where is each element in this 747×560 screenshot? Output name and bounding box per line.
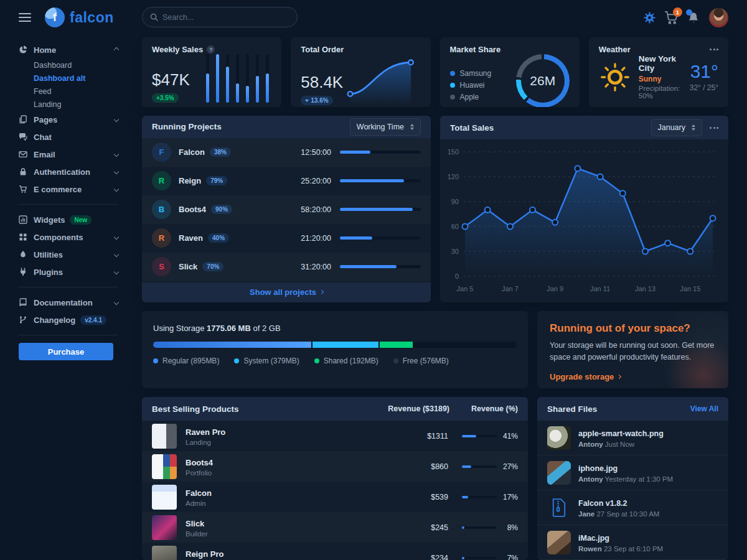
product-percent: 17% bbox=[497, 493, 518, 502]
sidebar-item-pages[interactable]: Pages bbox=[19, 111, 118, 128]
product-thumbnail bbox=[152, 546, 177, 560]
svg-text:30: 30 bbox=[451, 248, 459, 255]
working-time-select[interactable]: Working Time bbox=[350, 118, 421, 136]
menu-toggle-icon[interactable] bbox=[19, 13, 31, 22]
best-selling-list: Raven ProLanding $1311 41% Boots4Portfol… bbox=[142, 421, 528, 560]
card-title: Market Share bbox=[450, 45, 501, 54]
search-input[interactable] bbox=[162, 13, 289, 22]
show-all-projects-link[interactable]: Show all projects bbox=[142, 282, 431, 302]
product-row-boots4[interactable]: Boots4Portfolio $860 27% bbox=[142, 451, 528, 482]
falcon-logo[interactable]: f falcon bbox=[45, 7, 114, 27]
file-row-falcon-v1-8-2[interactable]: Falcon v1.8.2Jane 27 Sep at 10:30 AM bbox=[537, 490, 728, 525]
chevron-down-icon bbox=[114, 169, 119, 174]
sidebar-item-components[interactable]: Components bbox=[19, 228, 118, 246]
project-row-raven[interactable]: R Raven 40% 21:20:00 bbox=[142, 224, 431, 253]
widgets-icon bbox=[19, 215, 28, 224]
product-row-raven-pro[interactable]: Raven ProLanding $1311 41% bbox=[142, 421, 528, 451]
file-name: iMac.jpg bbox=[578, 534, 609, 543]
select-arrows-icon bbox=[410, 124, 414, 130]
svg-text:90: 90 bbox=[451, 198, 459, 205]
project-time: 58:20:00 bbox=[293, 205, 331, 214]
changelog-icon bbox=[19, 315, 28, 324]
view-all-link[interactable]: View All bbox=[690, 404, 718, 413]
sidebar-item-widgets[interactable]: WidgetsNew bbox=[19, 211, 118, 228]
sidebar-item-e-commerce[interactable]: E commerce bbox=[19, 180, 118, 198]
sidebar-item-plugins[interactable]: Plugins bbox=[19, 263, 118, 281]
user-avatar[interactable] bbox=[709, 8, 728, 27]
sidebar-item-label: Widgets bbox=[34, 215, 65, 225]
storage-segment bbox=[153, 342, 311, 348]
file-thumbnail bbox=[547, 426, 571, 450]
project-progress-bar bbox=[340, 208, 421, 211]
product-row-falcon[interactable]: FalconAdmin $539 17% bbox=[142, 482, 528, 512]
panel-title: Total Sales bbox=[450, 123, 494, 133]
cart-icon bbox=[19, 185, 28, 194]
shared-files-list: apple-smart-watch.pngAntony Just Now iph… bbox=[537, 421, 728, 560]
project-avatar: B bbox=[152, 200, 171, 219]
sidebar-item-label: Email bbox=[34, 150, 55, 159]
sidebar-item-dashboard[interactable]: Dashboard bbox=[19, 58, 118, 72]
month-select[interactable]: January bbox=[651, 119, 702, 136]
purchase-button[interactable]: Purchase bbox=[19, 343, 113, 360]
file-time: Yesterday at 1:30 PM bbox=[605, 475, 674, 483]
product-thumbnail bbox=[152, 454, 177, 479]
project-row-reign[interactable]: R Reign 79% 25:20:00 bbox=[142, 167, 431, 195]
documentation-icon bbox=[19, 298, 28, 307]
sidebar-item-label: Pages bbox=[34, 115, 57, 124]
file-time: 27 Sep at 10:30 AM bbox=[596, 510, 659, 518]
sidebar-item-chat[interactable]: Chat bbox=[19, 128, 118, 146]
search-box[interactable] bbox=[142, 7, 298, 27]
sidebar-item-documentation[interactable]: Documentation bbox=[19, 294, 118, 311]
sidebar-item-changelog[interactable]: Changelogv2.4.1 bbox=[19, 311, 118, 329]
project-row-boots4[interactable]: B Boots4 90% 58:20:00 bbox=[142, 195, 431, 224]
project-row-falcon[interactable]: F Falcon 38% 12:50:00 bbox=[142, 138, 431, 167]
sidebar-item-label: Utilities bbox=[34, 250, 63, 259]
info-icon[interactable]: ? bbox=[207, 45, 215, 54]
svg-text:150: 150 bbox=[448, 148, 459, 156]
file-row-iphone-jpg[interactable]: iphone.jpgAntony Yesterday at 1:30 PM bbox=[537, 455, 728, 490]
sidebar-item-landing[interactable]: Landing bbox=[19, 98, 118, 111]
svg-text:Jan 9: Jan 9 bbox=[547, 285, 563, 292]
sidebar-item-dashboard-alt[interactable]: Dashboard alt bbox=[19, 72, 118, 85]
brand-text: falcon bbox=[70, 9, 114, 26]
settings-gear-icon[interactable] bbox=[644, 12, 655, 24]
notifications-bell-icon[interactable] bbox=[687, 11, 700, 24]
file-row-apple-smart-watch-png[interactable]: apple-smart-watch.pngAntony Just Now bbox=[537, 421, 728, 455]
project-percent-badge: 70% bbox=[202, 262, 223, 271]
total-sales-line-chart: 0306090120150Jan 5Jan 7Jan 9Jan 11Jan 13… bbox=[440, 139, 728, 300]
weather-city: New York City bbox=[639, 54, 690, 73]
sidebar-item-email[interactable]: Email bbox=[19, 146, 118, 163]
sidebar-item-label: Changelog bbox=[34, 315, 75, 325]
ellipsis-menu-icon[interactable] bbox=[710, 49, 718, 50]
total-sales-card: Total Sales January 0306090120150Jan 5Ja… bbox=[440, 116, 728, 302]
upgrade-storage-link[interactable]: Upgrade storage bbox=[550, 372, 621, 381]
ellipsis-menu-icon[interactable] bbox=[710, 127, 718, 129]
legend-item: Huawei bbox=[450, 80, 492, 91]
sidebar-item-label: Plugins bbox=[34, 268, 63, 277]
chevron-right-icon bbox=[319, 290, 324, 294]
product-percent: 41% bbox=[497, 432, 518, 441]
product-row-slick[interactable]: SlickBuilder $245 8% bbox=[142, 512, 528, 543]
svg-text:Jan 5: Jan 5 bbox=[457, 285, 474, 292]
product-revenue: $860 bbox=[380, 462, 448, 471]
product-row-reign-pro[interactable]: Reign ProAgency $234 7% bbox=[142, 543, 528, 560]
project-name: Boots4 bbox=[179, 205, 206, 214]
product-revenue: $539 bbox=[380, 493, 448, 502]
chart-pie-icon bbox=[19, 45, 28, 54]
market-share-card: Market Share SamsungHuaweiApple 26M bbox=[440, 37, 580, 107]
sidebar-item-home[interactable]: Home bbox=[19, 41, 118, 58]
svg-text:Jan 7: Jan 7 bbox=[502, 285, 519, 292]
file-row-imac-jpg[interactable]: iMac.jpgRowen 23 Sep at 6:10 PM bbox=[537, 525, 728, 560]
sidebar-item-label: Documentation bbox=[34, 298, 93, 307]
best-selling-card: Best Selling Products Revenue ($3189) Re… bbox=[142, 397, 528, 560]
total-order-badge: 13.6% bbox=[301, 96, 332, 105]
project-row-slick[interactable]: S Slick 70% 31:20:00 bbox=[142, 253, 431, 281]
sidebar-badge: New bbox=[70, 215, 92, 225]
weather-card: Weather New York City Sunny Precipitatio… bbox=[589, 37, 728, 107]
sidebar-item-authentication[interactable]: Authentication bbox=[19, 163, 118, 180]
sidebar-badge: v2.4.1 bbox=[80, 315, 106, 325]
cart-icon[interactable]: 1 bbox=[665, 11, 678, 24]
sidebar-item-utilities[interactable]: Utilities bbox=[19, 246, 118, 263]
bar bbox=[216, 54, 219, 103]
sidebar-item-feed[interactable]: Feed bbox=[19, 85, 118, 98]
